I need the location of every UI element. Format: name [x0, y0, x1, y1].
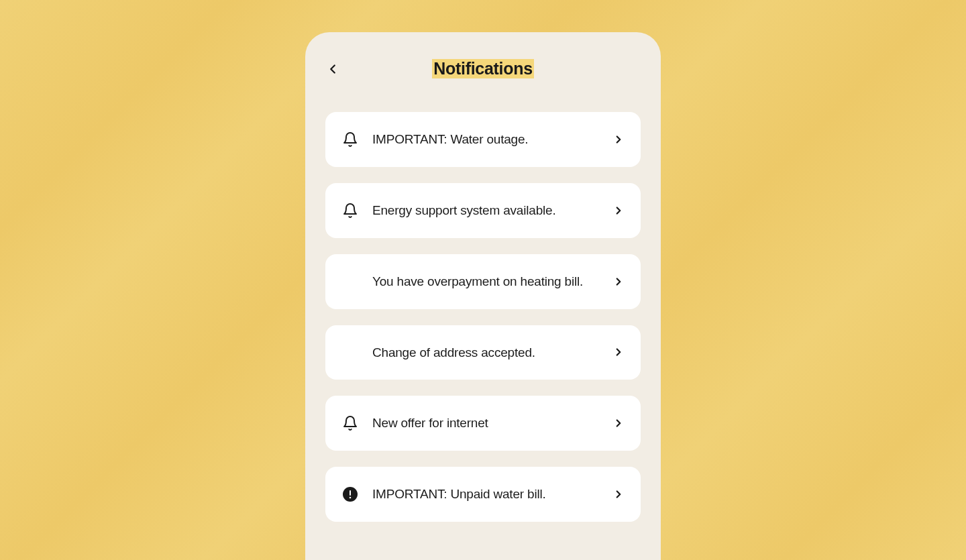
phone-frame: Notifications IMPORTANT: Water outage. — [305, 32, 661, 560]
alert-icon — [341, 486, 359, 503]
notification-text: New offer for internet — [372, 414, 599, 432]
notification-item[interactable]: IMPORTANT: Water outage. — [325, 112, 641, 167]
bell-icon — [341, 414, 359, 432]
chevron-left-icon — [325, 62, 340, 76]
notification-text: Change of address accepted. — [372, 344, 599, 361]
page-title: Notifications — [432, 59, 534, 78]
chevron-right-icon — [612, 346, 625, 358]
chevron-right-icon — [612, 488, 625, 500]
notification-item[interactable]: Change of address accepted. — [325, 325, 641, 380]
notification-item[interactable]: You have overpayment on heating bill. — [325, 254, 641, 309]
notification-text: You have overpayment on heating bill. — [372, 273, 599, 290]
notification-text: Energy support system available. — [372, 202, 599, 219]
bell-icon — [341, 131, 359, 148]
notification-item[interactable]: IMPORTANT: Unpaid water bill. — [325, 467, 641, 522]
svg-rect-1 — [350, 490, 351, 496]
notification-text: IMPORTANT: Unpaid water bill. — [372, 486, 599, 503]
notification-item[interactable]: New offer for internet — [325, 396, 641, 451]
notification-text: IMPORTANT: Water outage. — [372, 131, 599, 148]
svg-point-2 — [350, 497, 352, 499]
chevron-right-icon — [612, 133, 625, 146]
chevron-right-icon — [612, 276, 625, 288]
bell-icon — [341, 202, 359, 219]
notifications-list: IMPORTANT: Water outage. Energy support … — [325, 112, 641, 522]
back-button[interactable] — [325, 62, 340, 76]
notification-item[interactable]: Energy support system available. — [325, 183, 641, 238]
header: Notifications — [325, 59, 641, 78]
chevron-right-icon — [612, 205, 625, 217]
chevron-right-icon — [612, 417, 625, 429]
